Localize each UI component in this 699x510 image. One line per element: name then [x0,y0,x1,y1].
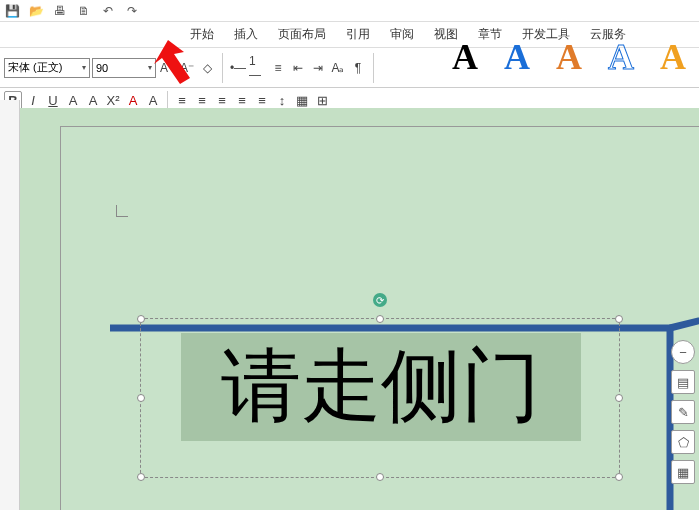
separator [222,53,223,83]
tab-review[interactable]: 审阅 [380,26,424,43]
margin-marker [116,205,128,217]
indent-button[interactable]: ⇥ [309,59,327,77]
zoom-out-button[interactable]: − [671,340,695,364]
tab-references[interactable]: 引用 [336,26,380,43]
rotate-handle[interactable]: ⟳ [373,293,387,307]
font-size-select[interactable]: 90 ▾ [92,58,156,78]
print-preview-icon[interactable]: 🗎 [76,3,92,19]
toggle-marks-button[interactable]: ¶ [349,59,367,77]
save-icon[interactable]: 💾 [4,3,20,19]
resize-handle-s[interactable] [376,473,384,481]
outdent-button[interactable]: ⇤ [289,59,307,77]
style-item-4[interactable]: A [599,36,643,78]
sort-button[interactable]: Aₐ [329,59,347,77]
open-icon[interactable]: 📂 [28,3,44,19]
multilevel-button[interactable]: ≡ [269,59,287,77]
nav-pane-button[interactable]: ▤ [671,370,695,394]
style-item-5[interactable]: A [651,36,695,78]
tab-insert[interactable]: 插入 [224,26,268,43]
resize-handle-sw[interactable] [137,473,145,481]
tab-pagelayout[interactable]: 页面布局 [268,26,336,43]
chevron-down-icon: ▾ [82,63,86,72]
font-name-select[interactable]: 宋体 (正文) ▾ [4,58,90,78]
font-size-value: 90 [96,62,108,74]
undo-icon[interactable]: ↶ [100,3,116,19]
tab-home[interactable]: 开始 [190,26,224,43]
quick-access-toolbar: 💾 📂 🖶 🗎 ↶ ↷ [0,0,699,22]
chevron-down-icon: ▾ [148,63,152,72]
style-item-3[interactable]: A [547,36,591,78]
resize-handle-se[interactable] [615,473,623,481]
style-gallery: A A A A A [443,30,695,84]
bullets-button[interactable]: •— [229,59,247,77]
grid-tool-button[interactable]: ▦ [671,460,695,484]
ruler-vertical[interactable] [0,100,20,510]
clear-format-button[interactable]: ◇ [198,59,216,77]
resize-handle-w[interactable] [137,394,145,402]
resize-handle-e[interactable] [615,394,623,402]
increase-font-button[interactable]: A⁺ [158,59,176,77]
document-canvas[interactable]: ⟳ 请走侧门 [20,108,699,510]
side-toolbar: − ▤ ✎ ⬠ ▦ [671,340,695,484]
print-icon[interactable]: 🖶 [52,3,68,19]
font-name-value: 宋体 (正文) [8,60,62,75]
numbering-button[interactable]: 1— [249,59,267,77]
pen-tool-button[interactable]: ✎ [671,400,695,424]
textbox-content[interactable]: 请走侧门 [181,333,581,441]
shape-tool-button[interactable]: ⬠ [671,430,695,454]
style-item-1[interactable]: A [443,36,487,78]
decrease-font-button[interactable]: A⁻ [178,59,196,77]
resize-handle-ne[interactable] [615,315,623,323]
style-item-2[interactable]: A [495,36,539,78]
resize-handle-n[interactable] [376,315,384,323]
separator [373,53,374,83]
resize-handle-nw[interactable] [137,315,145,323]
textbox-selection[interactable]: ⟳ 请走侧门 [140,318,620,478]
redo-icon[interactable]: ↷ [124,3,140,19]
